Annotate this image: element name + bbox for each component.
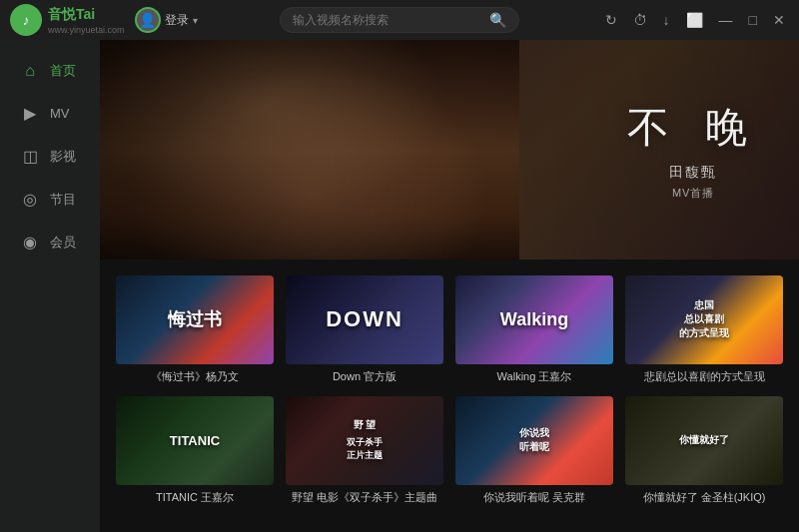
sidebar-item-mv[interactable]: ▶ MV — [0, 92, 100, 135]
logo-area: ♪ 音悦Tai www.yinyuetai.com — [10, 4, 125, 36]
search-icon[interactable]: 🔍 — [489, 12, 506, 28]
video-row-1: 悔过书 《悔过书》杨乃文 DOWN Down 官方版 Walking Walki… — [116, 275, 783, 384]
search-input[interactable] — [293, 13, 489, 27]
avatar: 👤 — [135, 7, 161, 33]
titlebar-right: ↻ ⏱ ↓ ⬜ — □ ✕ — [601, 10, 789, 30]
download-button[interactable]: ↓ — [659, 10, 674, 30]
logo-text-area: 音悦Tai www.yinyuetai.com — [48, 5, 125, 35]
video-thumb-2: DOWN — [286, 275, 443, 364]
video-thumb-7: 你说我听着呢 — [455, 396, 613, 485]
minimize-button[interactable]: — — [715, 10, 737, 30]
logo-sub: www.yinyuetai.com — [48, 25, 125, 35]
maximize-button[interactable]: □ — [745, 10, 761, 30]
sidebar-label-mv: MV — [50, 106, 70, 121]
video-title-2: Down 官方版 — [286, 369, 443, 384]
hero-singer: 田馥甄 — [627, 164, 759, 182]
thumb-overlay-3: Walking — [455, 275, 613, 364]
history-button[interactable]: ⏱ — [629, 10, 651, 30]
login-label: 登录 — [165, 12, 189, 29]
sidebar-item-movie[interactable]: ◫ 影视 — [0, 135, 100, 178]
video-grid: 悔过书 《悔过书》杨乃文 DOWN Down 官方版 Walking Walki… — [100, 260, 799, 532]
video-thumb-8: 你懂就好了 — [625, 396, 783, 485]
video-title-3: Walking 王嘉尔 — [455, 369, 613, 384]
titlebar: ♪ 音悦Tai www.yinyuetai.com 👤 登录 ▾ 🔍 ↻ ⏱ ↓… — [0, 0, 799, 40]
home-icon: ⌂ — [20, 62, 40, 80]
thumb-overlay-4: 忠国总以喜剧的方式呈现 — [625, 275, 783, 364]
thumb-overlay-5: TITANIC — [116, 396, 274, 485]
logo-text: 音悦Tai — [48, 6, 95, 22]
video-title-1: 《悔过书》杨乃文 — [116, 369, 274, 384]
video-card-1[interactable]: 悔过书 《悔过书》杨乃文 — [116, 275, 274, 384]
thumb-overlay-6: 野 望 双子杀手正片主题 — [286, 396, 443, 485]
hero-title: 不 晚 — [627, 100, 759, 156]
video-row-2: TITANIC TITANIC 王嘉尔 野 望 双子杀手正片主题 野望 电影《双… — [116, 396, 783, 505]
refresh-button[interactable]: ↻ — [601, 10, 621, 30]
show-icon: ◎ — [20, 190, 40, 209]
sidebar: ⌂ 首页 ▶ MV ◫ 影视 ◎ 节目 ◉ 会员 — [0, 40, 100, 532]
sidebar-item-home[interactable]: ⌂ 首页 — [0, 50, 100, 92]
hero-tag: MV首播 — [627, 186, 759, 201]
video-thumb-5: TITANIC — [116, 396, 274, 485]
sidebar-item-show[interactable]: ◎ 节目 — [0, 178, 100, 221]
video-card-7[interactable]: 你说我听着呢 你说我听着呢 吴克群 — [455, 396, 613, 505]
logo-icon: ♪ — [10, 4, 42, 36]
sidebar-label-home: 首页 — [50, 62, 76, 80]
user-area[interactable]: 👤 登录 ▾ — [135, 7, 198, 33]
video-card-8[interactable]: 你懂就好了 你懂就好了 金圣柱(JKIQ) — [625, 396, 783, 505]
video-title-6: 野望 电影《双子杀手》主题曲 — [286, 490, 443, 505]
video-thumb-3: Walking — [455, 275, 613, 364]
video-title-5: TITANIC 王嘉尔 — [116, 490, 274, 505]
dropdown-arrow-icon: ▾ — [193, 15, 198, 26]
hero-text: 不 晚 田馥甄 MV首播 — [627, 100, 759, 201]
movie-icon: ◫ — [20, 147, 40, 166]
video-title-8: 你懂就好了 金圣柱(JKIQ) — [625, 490, 783, 505]
video-thumb-4: 忠国总以喜剧的方式呈现 — [625, 275, 783, 364]
content-area: 不 晚 田馥甄 MV首播 悔过书 《悔过书》杨乃文 DOWN D — [100, 40, 799, 532]
video-title-7: 你说我听着呢 吴克群 — [455, 490, 613, 505]
vip-icon: ◉ — [20, 233, 40, 252]
video-card-3[interactable]: Walking Walking 王嘉尔 — [455, 275, 613, 384]
search-bar[interactable]: 🔍 — [280, 7, 519, 33]
sidebar-item-vip[interactable]: ◉ 会员 — [0, 221, 100, 264]
thumb-overlay-8: 你懂就好了 — [625, 396, 783, 485]
titlebar-left: ♪ 音悦Tai www.yinyuetai.com 👤 登录 ▾ — [10, 4, 198, 36]
thumb-overlay-2: DOWN — [286, 275, 443, 364]
thumb-overlay-7: 你说我听着呢 — [455, 396, 613, 485]
mv-icon: ▶ — [20, 104, 40, 123]
close-button[interactable]: ✕ — [769, 10, 789, 30]
video-card-4[interactable]: 忠国总以喜剧的方式呈现 悲剧总以喜剧的方式呈现 — [625, 275, 783, 384]
hero-banner[interactable]: 不 晚 田馥甄 MV首播 — [100, 40, 799, 260]
video-card-2[interactable]: DOWN Down 官方版 — [286, 275, 443, 384]
sidebar-label-show: 节目 — [50, 191, 76, 209]
video-card-5[interactable]: TITANIC TITANIC 王嘉尔 — [116, 396, 274, 505]
sidebar-label-movie: 影视 — [50, 148, 76, 166]
video-thumb-6: 野 望 双子杀手正片主题 — [286, 396, 443, 485]
screen-button[interactable]: ⬜ — [682, 10, 707, 30]
thumb-overlay-1: 悔过书 — [116, 275, 274, 364]
video-thumb-1: 悔过书 — [116, 275, 274, 364]
main-layout: ⌂ 首页 ▶ MV ◫ 影视 ◎ 节目 ◉ 会员 不 晚 — [0, 40, 799, 532]
sidebar-label-vip: 会员 — [50, 234, 76, 252]
video-title-4: 悲剧总以喜剧的方式呈现 — [625, 369, 783, 384]
video-card-6[interactable]: 野 望 双子杀手正片主题 野望 电影《双子杀手》主题曲 — [286, 396, 443, 505]
